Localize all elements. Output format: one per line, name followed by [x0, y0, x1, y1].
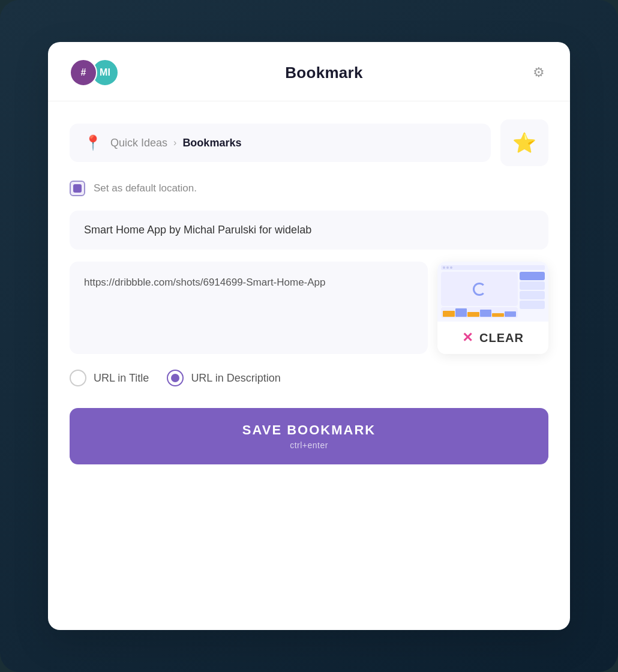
radio-label-description: URL in Description — [191, 372, 280, 385]
mini-dot-3 — [450, 266, 452, 269]
radio-inner-description — [171, 374, 179, 382]
page-title: Bookmark — [285, 64, 363, 82]
url-input[interactable]: https://dribbble.com/shots/6914699-Smart… — [84, 275, 413, 323]
default-location-checkbox[interactable] — [70, 181, 85, 196]
url-preview-panel: ✕ CLEAR — [437, 262, 548, 354]
location-text: Quick Ideas › Bookmarks — [110, 137, 241, 149]
url-input-box: https://dribbble.com/shots/6914699-Smart… — [70, 262, 428, 354]
radio-label-title: URL in Title — [94, 372, 149, 385]
location-current: Quick Ideas — [110, 137, 167, 149]
chevron-right-icon: › — [173, 137, 176, 148]
mini-bar-5 — [492, 313, 504, 317]
clear-label: CLEAR — [479, 331, 524, 345]
mini-bar-2 — [455, 308, 467, 317]
mini-left — [441, 272, 518, 318]
star-box[interactable]: ⭐ — [500, 119, 548, 166]
mini-top-bar — [441, 265, 545, 270]
location-box[interactable]: 📍 Quick Ideas › Bookmarks — [70, 124, 491, 162]
mini-bar-chart — [441, 307, 518, 318]
mini-right-4 — [520, 301, 545, 309]
header: # MI Bookmark ⚙ — [48, 42, 570, 101]
radio-outer-title — [70, 370, 86, 386]
mini-right — [520, 272, 545, 318]
save-button-shortcut: ctrl+enter — [290, 440, 328, 450]
bookmark-card: # MI Bookmark ⚙ 📍 Quick Ideas › Bookmark… — [48, 42, 570, 630]
clear-button[interactable]: ✕ CLEAR — [437, 322, 548, 354]
mini-right-1 — [520, 272, 545, 280]
x-icon: ✕ — [462, 330, 473, 346]
avatar-hash[interactable]: # — [70, 59, 97, 86]
mini-right-3 — [520, 291, 545, 299]
url-thumbnail — [437, 262, 548, 322]
pin-icon: 📍 — [84, 134, 102, 151]
title-input-box — [70, 211, 548, 250]
avatars: # MI — [70, 59, 119, 86]
checkbox-check — [73, 184, 82, 193]
mini-bar-3 — [467, 312, 479, 317]
save-button-label: SAVE BOOKMARK — [242, 422, 376, 438]
default-location-label: Set as default location. — [94, 182, 197, 194]
radio-url-in-title[interactable]: URL in Title — [70, 370, 149, 386]
default-location-row: Set as default location. — [70, 178, 548, 199]
radio-url-in-description[interactable]: URL in Description — [167, 370, 280, 386]
mini-bar-4 — [480, 310, 492, 317]
body: 📍 Quick Ideas › Bookmarks ⭐ Set as defau… — [48, 101, 570, 630]
mini-dot-1 — [443, 266, 445, 269]
app-wrapper: # MI Bookmark ⚙ 📍 Quick Ideas › Bookmark… — [0, 0, 618, 672]
mini-bar-1 — [443, 311, 455, 317]
save-bookmark-button[interactable]: SAVE BOOKMARK ctrl+enter — [70, 408, 548, 464]
mini-circle-chart — [473, 283, 486, 296]
settings-button[interactable]: ⚙ — [529, 61, 548, 84]
location-row: 📍 Quick Ideas › Bookmarks ⭐ — [70, 119, 548, 166]
radio-row: URL in Title URL in Description — [70, 366, 548, 390]
url-section: https://dribbble.com/shots/6914699-Smart… — [70, 262, 548, 354]
mini-right-2 — [520, 281, 545, 290]
gear-icon: ⚙ — [533, 65, 545, 80]
mini-content — [441, 272, 545, 318]
mini-circle-area — [441, 272, 518, 306]
star-icon: ⭐ — [512, 131, 536, 154]
mini-bar-6 — [505, 311, 517, 317]
location-active: Bookmarks — [182, 137, 241, 149]
title-input[interactable] — [84, 224, 534, 236]
radio-outer-description — [167, 370, 184, 386]
mini-dashboard — [437, 262, 548, 322]
mini-dot-2 — [446, 266, 449, 269]
